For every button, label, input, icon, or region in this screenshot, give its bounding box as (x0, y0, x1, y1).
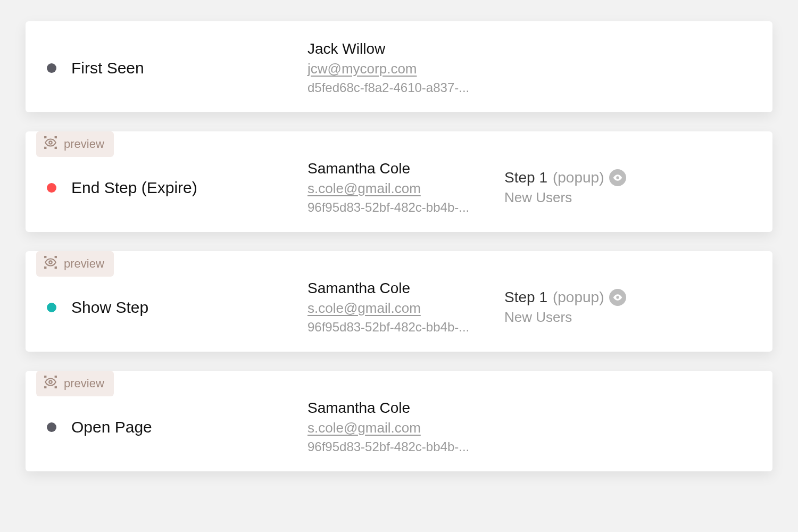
step-label: Step 1 (504, 289, 547, 306)
eye-icon[interactable] (609, 169, 626, 186)
step-type: (popup) (553, 169, 604, 186)
svg-point-3 (617, 296, 619, 298)
step-column: Step 1(popup) New Users (504, 289, 626, 326)
status-dot-icon (47, 63, 56, 73)
user-email-link[interactable]: s.cole@gmail.com (307, 420, 504, 436)
user-email-link[interactable]: s.cole@gmail.com (307, 300, 504, 317)
svg-point-0 (49, 141, 52, 144)
event-label: First Seen (71, 59, 144, 77)
scan-eye-icon (44, 255, 57, 272)
user-name: Samantha Cole (307, 400, 504, 417)
preview-badge[interactable]: preview (36, 251, 114, 277)
scan-eye-icon (44, 375, 57, 392)
user-name: Samantha Cole (307, 160, 504, 177)
user-id: 96f95d83-52bf-482c-bb4b-... (307, 439, 504, 454)
user-email-link[interactable]: s.cole@gmail.com (307, 180, 504, 197)
event-card[interactable]: previewOpen PageSamantha Coles.cole@gmai… (26, 371, 772, 471)
user-column: Samantha Coles.cole@gmail.com96f95d83-52… (307, 280, 504, 335)
user-column: Samantha Coles.cole@gmail.com96f95d83-52… (307, 160, 504, 215)
event-card[interactable]: previewEnd Step (Expire)Samantha Coles.c… (26, 131, 772, 232)
step-column: Step 1(popup) New Users (504, 169, 626, 206)
step-row: Step 1(popup) (504, 289, 626, 306)
user-id: 96f95d83-52bf-482c-bb4b-... (307, 200, 504, 215)
event-column: Show Step (47, 298, 307, 317)
user-column: Jack Willowjcw@mycorp.comd5fed68c-f8a2-4… (307, 40, 504, 95)
event-column: End Step (Expire) (47, 179, 307, 197)
user-id: 96f95d83-52bf-482c-bb4b-... (307, 320, 504, 335)
svg-point-2 (49, 261, 52, 263)
preview-label: preview (64, 137, 104, 151)
user-column: Samantha Coles.cole@gmail.com96f95d83-52… (307, 400, 504, 454)
preview-label: preview (64, 257, 104, 271)
step-type: (popup) (553, 289, 604, 306)
event-card[interactable]: First SeenJack Willowjcw@mycorp.comd5fed… (26, 21, 772, 112)
event-card[interactable]: previewShow StepSamantha Coles.cole@gmai… (26, 251, 772, 352)
preview-badge[interactable]: preview (36, 371, 114, 396)
svg-point-4 (49, 380, 52, 383)
eye-icon[interactable] (609, 289, 626, 306)
status-dot-icon (47, 303, 56, 312)
event-label: Open Page (71, 418, 152, 436)
event-column: First Seen (47, 59, 307, 77)
user-name: Jack Willow (307, 40, 504, 57)
step-subtitle: New Users (504, 309, 626, 326)
step-row: Step 1(popup) (504, 169, 626, 186)
event-column: Open Page (47, 418, 307, 436)
user-name: Samantha Cole (307, 280, 504, 297)
user-email-link[interactable]: jcw@mycorp.com (307, 61, 504, 77)
preview-badge[interactable]: preview (36, 131, 114, 157)
svg-point-1 (617, 176, 619, 179)
scan-eye-icon (44, 136, 57, 153)
event-label: Show Step (71, 298, 148, 317)
event-label: End Step (Expire) (71, 179, 197, 197)
status-dot-icon (47, 422, 56, 432)
step-label: Step 1 (504, 169, 547, 186)
preview-label: preview (64, 377, 104, 390)
user-id: d5fed68c-f8a2-4610-a837-... (307, 80, 504, 95)
step-subtitle: New Users (504, 189, 626, 206)
status-dot-icon (47, 183, 56, 193)
